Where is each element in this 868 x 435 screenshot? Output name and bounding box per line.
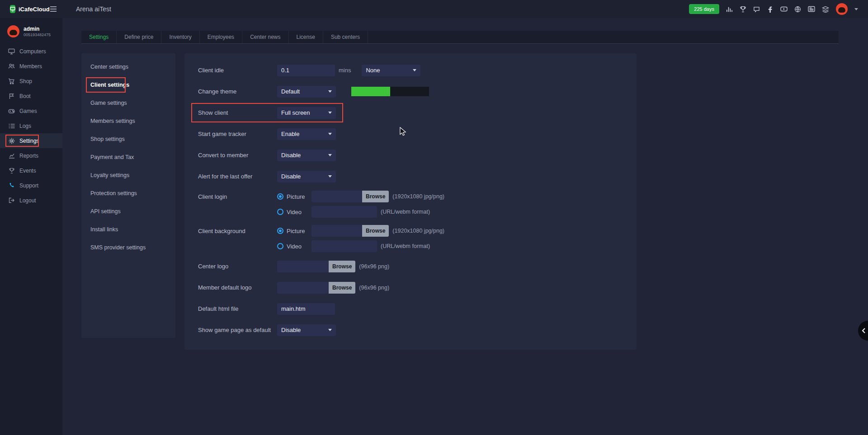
submenu-loyalty-settings[interactable]: Loyalty settings	[81, 166, 175, 184]
field-hint: (96x96 png)	[359, 285, 389, 291]
sidebar-nav: Computers Members Shop Boot Games Logs	[0, 44, 62, 208]
sidebar-item-members[interactable]: Members	[0, 59, 62, 74]
center-logo-input[interactable]	[277, 261, 329, 272]
submenu-api-settings[interactable]: API settings	[81, 202, 175, 220]
submenu-install-links[interactable]: Install links	[81, 220, 175, 239]
submenu-sms-provider-settings[interactable]: SMS provider settings	[81, 239, 175, 257]
member-default-logo-input[interactable]	[277, 282, 329, 294]
flag-icon	[8, 93, 15, 99]
sidebar-item-games[interactable]: Games	[0, 103, 62, 118]
chevron-down-icon[interactable]	[854, 8, 858, 10]
tab-employees[interactable]: Employees	[200, 31, 242, 43]
tab-settings[interactable]: Settings	[81, 31, 117, 43]
submenu-payment-and-tax[interactable]: Payment and Tax	[81, 148, 175, 166]
brand[interactable]: iCafeCloud	[0, 5, 43, 13]
sidebar-user-block: admin 005193482475	[0, 18, 62, 44]
submenu-shop-settings[interactable]: Shop settings	[81, 130, 175, 148]
client-login-picture-radio[interactable]	[277, 193, 283, 200]
facebook-icon[interactable]	[767, 6, 774, 13]
client-background-picture-input[interactable]	[311, 225, 362, 237]
selected-value: Disable	[281, 173, 301, 180]
sidebar-item-events[interactable]: Events	[0, 163, 62, 178]
show-game-page-select[interactable]: Disable	[277, 324, 336, 336]
tab-license[interactable]: License	[289, 31, 323, 43]
theme-preview	[351, 87, 429, 96]
submenu-label: Members settings	[90, 118, 135, 124]
topbar-right: 225 days	[689, 3, 868, 15]
client-background-picture-browse-button[interactable]: Browse	[362, 225, 389, 237]
tab-inventory[interactable]: Inventory	[161, 31, 199, 43]
client-idle-action-select[interactable]: None	[362, 65, 420, 76]
default-html-file-row: Default html file	[198, 298, 623, 319]
change-theme-select[interactable]: Default	[277, 86, 336, 98]
selected-value: Full screen	[281, 109, 310, 116]
submenu-client-settings[interactable]: Client settings	[81, 76, 175, 94]
center-title: Arena aiTest	[76, 5, 111, 13]
selected-value: Default	[281, 88, 300, 95]
sidebar-item-label: Computers	[19, 48, 46, 55]
start-game-tracker-select[interactable]: Enable	[277, 128, 336, 140]
chat-icon[interactable]	[753, 6, 760, 13]
tab-label: Inventory	[169, 34, 191, 40]
client-idle-input[interactable]	[277, 65, 335, 76]
sidebar-avatar[interactable]	[7, 25, 19, 37]
client-login-picture-input[interactable]	[311, 191, 362, 202]
client-login-video-input[interactable]	[311, 206, 377, 218]
radio-label: Video	[287, 209, 307, 215]
days-remaining-badge[interactable]: 225 days	[689, 4, 719, 14]
client-background-picture-radio[interactable]	[277, 228, 283, 234]
alert-last-offer-select[interactable]: Disable	[277, 171, 336, 182]
submenu-center-settings[interactable]: Center settings	[81, 58, 175, 76]
layers-icon[interactable]	[822, 6, 829, 13]
member-default-logo-browse-button[interactable]: Browse	[329, 282, 355, 294]
tab-label: License	[297, 34, 315, 40]
sidebar-item-label: Settings	[19, 138, 39, 144]
trophy-icon[interactable]	[740, 6, 746, 13]
user-id: 005193482475	[24, 33, 51, 37]
client-login-row: Client login Picture Browse (1920x1080 j…	[198, 187, 623, 221]
client-background-video-input[interactable]	[311, 240, 377, 252]
client-login-video-radio[interactable]	[277, 209, 283, 215]
center-logo-browse-button[interactable]: Browse	[329, 261, 355, 272]
show-client-select[interactable]: Full screen	[277, 107, 336, 119]
tab-sub-centers[interactable]: Sub centers	[323, 31, 368, 43]
start-game-tracker-row: Start game tracker Enable	[198, 123, 623, 145]
default-html-file-input[interactable]	[277, 303, 335, 315]
news-icon[interactable]	[808, 6, 815, 12]
show-client-row: Show client Full screen	[198, 102, 623, 123]
field-hint: (1920x1080 jpg/png)	[392, 228, 444, 234]
users-icon	[8, 63, 15, 69]
trophy-icon	[8, 168, 15, 174]
hamburger-menu-icon[interactable]	[50, 6, 57, 12]
sidebar-item-support[interactable]: Support	[0, 178, 62, 193]
sidebar-item-boot[interactable]: Boot	[0, 89, 62, 103]
globe-icon[interactable]	[794, 6, 801, 13]
gamepad-icon	[8, 108, 15, 114]
phone-icon	[8, 182, 15, 188]
sidebar-item-shop[interactable]: Shop	[0, 74, 62, 89]
client-background-video-radio[interactable]	[277, 243, 283, 249]
submenu-game-settings[interactable]: Game settings	[81, 94, 175, 112]
client-background-row: Client background Picture Browse (1920x1…	[198, 221, 623, 256]
sidebar-item-computers[interactable]: Computers	[0, 44, 62, 59]
field-label: Show game page as default	[198, 327, 277, 333]
submenu-members-settings[interactable]: Members settings	[81, 112, 175, 130]
alert-last-offer-row: Alert for the last offer Disable	[198, 166, 623, 187]
client-login-picture-browse-button[interactable]: Browse	[362, 191, 389, 202]
submenu-protection-settings[interactable]: Protection settings	[81, 184, 175, 202]
sidebar-item-settings[interactable]: Settings	[0, 133, 62, 148]
tab-center-news[interactable]: Center news	[242, 31, 288, 43]
tab-define-price[interactable]: Define price	[117, 31, 161, 43]
user-avatar[interactable]	[836, 3, 848, 15]
sidebar-item-logout[interactable]: Logout	[0, 193, 62, 208]
tab-label: Center news	[250, 34, 280, 40]
sidebar-item-logs[interactable]: Logs	[0, 118, 62, 133]
sidebar-item-reports[interactable]: Reports	[0, 148, 62, 163]
field-hint: (96x96 png)	[359, 263, 389, 270]
client-idle-row: Client idle mins None	[198, 60, 623, 81]
stats-icon[interactable]	[726, 6, 733, 13]
youtube-icon[interactable]	[780, 6, 788, 12]
chevron-down-icon	[328, 154, 332, 156]
convert-to-member-select[interactable]: Disable	[277, 150, 336, 161]
chevron-down-icon	[413, 69, 416, 71]
